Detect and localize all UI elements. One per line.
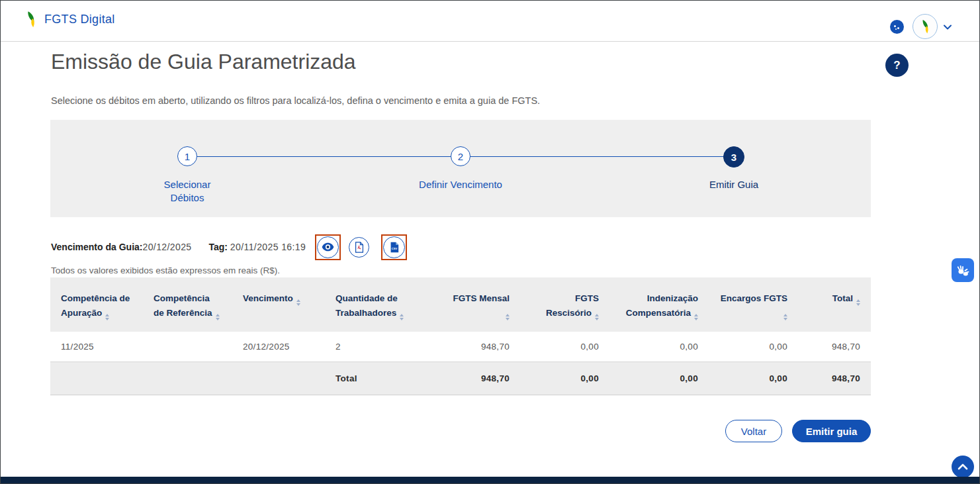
- step-selecionar-debitos[interactable]: 1 Selecionar Débitos: [134, 146, 240, 205]
- total-fgts-rescisorio: 0,00: [520, 362, 609, 395]
- emitir-guia-button[interactable]: Emitir guia: [792, 420, 871, 442]
- dot: [895, 28, 897, 30]
- top-header: FGTS Digital: [1, 1, 979, 42]
- wizard-stepper: 1 Selecionar Débitos 2 Definir Venciment…: [50, 120, 871, 217]
- cell-competencia-apuracao: 11/2025: [50, 332, 143, 362]
- app-window: FGTS Digital Emissão de Guia Parametriza…: [0, 0, 980, 484]
- fgts-leaf-icon: [24, 11, 38, 28]
- sign-language-hands-icon: [955, 262, 971, 278]
- step-label: Emitir Guia: [709, 178, 758, 191]
- sort-icon[interactable]: [400, 314, 404, 320]
- brand-name: FGTS Digital: [44, 13, 115, 26]
- sort-icon[interactable]: [105, 314, 109, 320]
- csv-label: CSV: [392, 247, 398, 250]
- total-label: Total: [325, 362, 441, 395]
- total-indenizacao-compensatoria: 0,00: [609, 362, 709, 395]
- page-title: Emissão de Guia Parametrizada: [51, 50, 356, 74]
- cookies-icon[interactable]: [890, 20, 904, 34]
- export-csv-button[interactable]: CSV: [384, 237, 404, 258]
- col-indenizacao-compensatoria[interactable]: Indenização Compensatória: [609, 277, 709, 332]
- page-subtitle: Selecione os débitos em aberto, utilizan…: [51, 95, 540, 106]
- vencimento-label: Vencimento da Guia:: [51, 242, 142, 252]
- fgts-leaf-icon: [920, 19, 931, 34]
- user-avatar[interactable]: [913, 14, 938, 39]
- scroll-to-top-button[interactable]: [952, 456, 974, 478]
- guide-info-row: Vencimento da Guia:20/12/2025 Tag: 20/11…: [51, 234, 407, 260]
- col-vencimento[interactable]: Vencimento: [232, 277, 325, 332]
- empty-cell: [143, 362, 232, 395]
- step-emitir-guia-active[interactable]: 3 Emitir Guia: [681, 146, 787, 191]
- sort-icon[interactable]: [694, 314, 698, 320]
- sort-icon[interactable]: [296, 299, 300, 306]
- step-number[interactable]: 1: [177, 146, 197, 166]
- debits-table: Competência de Apuração Competência de R…: [50, 277, 871, 395]
- col-competencia-referencia[interactable]: Competência de Referência: [143, 277, 232, 332]
- cell-encargos-fgts: 0,00: [709, 332, 798, 362]
- step-label: Selecionar Débitos: [164, 178, 211, 205]
- sort-icon[interactable]: [506, 314, 510, 320]
- table-total-row: Total 948,70 0,00 0,00 0,00 948,70: [50, 362, 871, 395]
- sort-icon[interactable]: [216, 314, 220, 320]
- sort-icon[interactable]: [856, 299, 860, 306]
- export-pdf-button[interactable]: [349, 237, 369, 258]
- col-quantidade-trabalhadores[interactable]: Quantidade de Trabalhadores: [325, 277, 441, 332]
- csv-button-focus-ring: CSV: [381, 234, 407, 260]
- action-buttons: Voltar Emitir guia: [725, 420, 871, 442]
- col-total[interactable]: Total: [798, 277, 871, 332]
- chevron-down-icon[interactable]: [942, 22, 953, 32]
- cell-indenizacao-compensatoria: 0,00: [609, 332, 709, 362]
- total-fgts-mensal: 948,70: [441, 362, 520, 395]
- step-number[interactable]: 2: [451, 146, 470, 166]
- col-fgts-rescisorio[interactable]: FGTS Rescisório: [520, 277, 609, 332]
- pdf-button-wrap: [346, 234, 372, 260]
- sort-icon[interactable]: [783, 314, 787, 320]
- col-encargos-fgts[interactable]: Encargos FGTS: [709, 277, 798, 332]
- cell-fgts-mensal: 948,70: [441, 332, 520, 362]
- total-total: 948,70: [798, 362, 871, 395]
- preview-button-focus-ring: [315, 234, 341, 260]
- empty-cell: [50, 362, 143, 395]
- eye-icon: [322, 242, 334, 252]
- brand-logo[interactable]: FGTS Digital: [24, 11, 115, 28]
- dot: [894, 25, 896, 27]
- vlibras-widget[interactable]: [952, 258, 974, 282]
- question-mark-icon: ?: [893, 59, 900, 72]
- dot: [897, 27, 899, 29]
- empty-cell: [232, 362, 325, 395]
- guide-info-text: Vencimento da Guia:20/12/2025 Tag: 20/11…: [51, 242, 306, 252]
- col-competencia-apuracao[interactable]: Competência de Apuração: [50, 277, 143, 332]
- cell-quantidade-trabalhadores: 2: [325, 332, 441, 362]
- pdf-file-icon: [355, 242, 364, 253]
- preview-guide-button[interactable]: [318, 237, 338, 258]
- col-fgts-mensal[interactable]: FGTS Mensal: [441, 277, 520, 332]
- table-row: 11/2025 20/12/2025 2 948,70 0,00 0,00 0,…: [50, 332, 871, 362]
- currency-note: Todos os valores exibidos estão expresso…: [51, 266, 280, 275]
- cell-total: 948,70: [798, 332, 871, 362]
- help-button[interactable]: ?: [885, 54, 909, 77]
- cell-vencimento: 20/12/2025: [232, 332, 325, 362]
- csv-file-icon: CSV: [390, 242, 399, 253]
- footer-bar: [1, 477, 979, 483]
- voltar-button[interactable]: Voltar: [725, 420, 782, 442]
- step-number[interactable]: 3: [723, 146, 744, 168]
- total-encargos-fgts: 0,00: [709, 362, 798, 395]
- tag-label: Tag:: [208, 242, 228, 252]
- step-label: Definir Vencimento: [419, 178, 502, 191]
- cell-fgts-rescisorio: 0,00: [520, 332, 609, 362]
- tag-value: 20/11/2025 16:19: [230, 242, 306, 252]
- sort-icon[interactable]: [595, 314, 599, 320]
- step-definir-vencimento[interactable]: 2 Definir Vencimento: [408, 146, 513, 191]
- table-header-row: Competência de Apuração Competência de R…: [50, 277, 871, 332]
- chevron-up-icon: [958, 463, 968, 471]
- vencimento-value: 20/12/2025: [142, 242, 191, 252]
- cell-competencia-referencia: [143, 332, 232, 362]
